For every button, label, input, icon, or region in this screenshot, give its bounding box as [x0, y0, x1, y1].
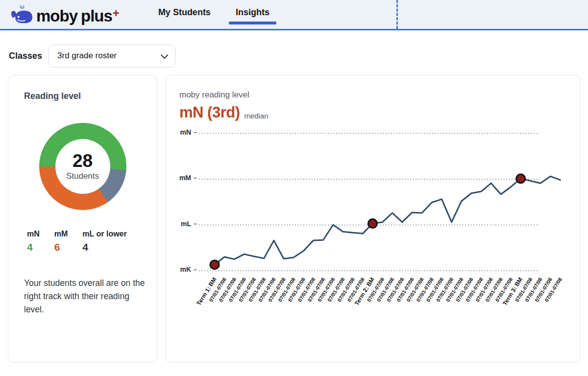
legend-value-mn: 4 [27, 241, 40, 253]
student-count: 28 [73, 152, 93, 171]
median-series-line [215, 176, 560, 264]
chart-svg: mKmLmMmNTerm 1: BM07/01-07/0807/01-07/08… [179, 122, 571, 337]
classes-filter-row: Classes 3rd grade roster [9, 44, 588, 68]
reading-level-donut-chart[interactable]: 28 Students [39, 123, 126, 210]
logo-wordmark: mobyplus+ [36, 3, 119, 26]
y-axis-label: mN [180, 128, 191, 136]
reading-level-legend: mN 4 mM 6 mL or lower 4 [27, 230, 141, 253]
legend-item-ml-or-lower: mL or lower 4 [82, 230, 126, 253]
header-dashed-divider [396, 0, 398, 29]
reading-level-title: Reading level [24, 91, 141, 101]
whale-icon [11, 4, 33, 25]
tab-my-students[interactable]: My Students [157, 4, 212, 24]
reading-level-card: Reading level 28 Students mN 4 mM 6 mL o… [8, 75, 157, 363]
y-axis-label: mK [180, 265, 191, 273]
legend-item-mn: mN 4 [27, 230, 40, 253]
active-tab-underline [229, 22, 276, 24]
moby-plus-logo[interactable]: mobyplus+ [11, 3, 119, 26]
median-reading-level: mN (3rd) [179, 104, 240, 121]
donut-wrap: 28 Students [24, 123, 141, 210]
benchmark-marker[interactable] [368, 219, 377, 228]
legend-value-ml-or-lower: 4 [82, 241, 126, 253]
chart-subtitle: moby reading level [179, 90, 566, 100]
y-axis-label: mL [181, 220, 191, 228]
chevron-down-icon [161, 51, 169, 59]
main-nav: My Students Insights [157, 4, 270, 24]
logo-plus-badge: + [113, 6, 119, 20]
median-label: median [244, 112, 268, 121]
benchmark-marker[interactable] [516, 174, 525, 183]
class-select-value: 3rd grade roster [57, 51, 117, 61]
reading-level-line-chart[interactable]: mKmLmMmNTerm 1: BM07/01-07/0807/01-07/08… [179, 122, 566, 339]
classes-label: Classes [9, 51, 42, 61]
app-header: mobyplus+ My Students Insights [0, 0, 588, 30]
chart-value-row: mN (3rd) median [179, 104, 566, 121]
benchmark-marker[interactable] [210, 260, 219, 269]
legend-value-mm: 6 [54, 241, 68, 253]
tab-insights[interactable]: Insights [235, 4, 270, 24]
y-axis-label: mM [179, 174, 191, 182]
legend-item-mm: mM 6 [54, 230, 68, 253]
student-count-label: Students [66, 171, 99, 181]
reading-level-summary: Your students overall are on the right t… [24, 277, 146, 316]
donut-center: 28 Students [55, 139, 110, 194]
moby-reading-level-card: moby reading level mN (3rd) median mKmLm… [165, 75, 580, 363]
class-select-dropdown[interactable]: 3rd grade roster [49, 45, 175, 68]
